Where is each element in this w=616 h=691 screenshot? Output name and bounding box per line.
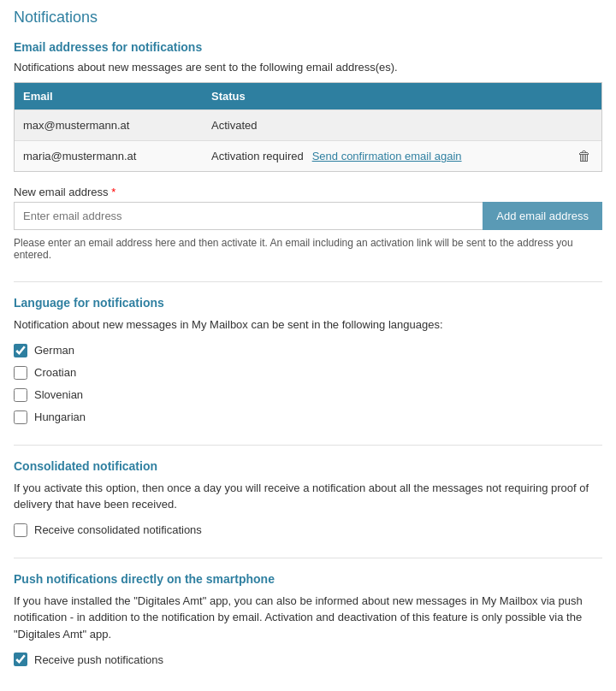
- table-row: maria@mustermann.at Activation required …: [15, 140, 601, 171]
- consolidated-checkbox-label[interactable]: Receive consolidated notifications: [34, 523, 202, 536]
- new-email-input-row: Add email address: [14, 202, 602, 230]
- language-croatian-row: Croatian: [14, 366, 602, 380]
- consolidated-section-description: If you activate this option, then once a…: [14, 480, 602, 513]
- required-indicator: *: [111, 186, 116, 198]
- push-section-title: Push notifications directly on the smart…: [14, 572, 602, 586]
- status-text: Activated: [211, 119, 257, 132]
- language-german-row: German: [14, 344, 602, 357]
- language-croatian-checkbox[interactable]: [14, 366, 27, 380]
- email-cell: max@mustermann.at: [15, 110, 203, 140]
- language-german-checkbox[interactable]: [14, 344, 27, 357]
- language-hungarian-checkbox[interactable]: [14, 410, 27, 424]
- push-checkbox[interactable]: [14, 653, 27, 666]
- language-croatian-label[interactable]: Croatian: [34, 366, 76, 379]
- header-status: Status: [203, 83, 601, 109]
- language-section: Language for notifications Notification …: [14, 296, 602, 424]
- status-text: Activation required: [211, 150, 304, 162]
- consolidated-checkbox[interactable]: [14, 523, 27, 537]
- push-checkbox-row: Receive push notifications: [14, 653, 602, 666]
- row-action: [567, 122, 601, 129]
- consolidated-section: Consolidated notification If you activat…: [14, 459, 602, 537]
- section-divider: [14, 281, 602, 282]
- new-email-label: New email address *: [14, 186, 602, 198]
- email-table: Email Status max@mustermann.at Activated…: [14, 82, 602, 172]
- send-confirmation-button[interactable]: Send confirmation email again: [312, 150, 462, 162]
- push-checkbox-label[interactable]: Receive push notifications: [34, 653, 163, 666]
- language-section-title: Language for notifications: [14, 296, 602, 310]
- status-cell: Activated: [203, 110, 567, 140]
- section-divider: [14, 558, 602, 558]
- language-hungarian-label[interactable]: Hungarian: [34, 410, 86, 423]
- new-email-form: New email address * Add email address Pl…: [14, 186, 602, 261]
- language-slovenian-label[interactable]: Slovenian: [34, 388, 83, 401]
- language-slovenian-row: Slovenian: [14, 388, 602, 402]
- row-action[interactable]: 🗑: [567, 145, 601, 168]
- new-email-input[interactable]: [14, 202, 483, 230]
- page-title: Notifications: [14, 9, 602, 27]
- email-cell: maria@mustermann.at: [15, 141, 203, 171]
- language-slovenian-checkbox[interactable]: [14, 388, 27, 402]
- consolidated-section-title: Consolidated notification: [14, 459, 602, 473]
- push-section: Push notifications directly on the smart…: [14, 572, 602, 667]
- delete-email-button[interactable]: 🗑: [578, 149, 591, 164]
- language-section-description: Notification about new messages in My Ma…: [14, 316, 602, 334]
- table-header-row: Email Status: [15, 83, 601, 109]
- add-email-button[interactable]: Add email address: [483, 202, 602, 230]
- language-hungarian-row: Hungarian: [14, 410, 602, 424]
- header-email: Email: [15, 83, 203, 109]
- language-german-label[interactable]: German: [34, 344, 74, 357]
- email-section-description: Notifications about new messages are sen…: [14, 61, 602, 74]
- status-cell: Activation required Send confirmation em…: [203, 141, 567, 171]
- consolidated-checkbox-row: Receive consolidated notifications: [14, 523, 602, 537]
- email-section-title: Email addresses for notifications: [14, 40, 602, 54]
- push-section-description: If you have installed the "Digitales Amt…: [14, 593, 602, 643]
- email-section: Email addresses for notifications Notifi…: [14, 40, 602, 261]
- table-row: max@mustermann.at Activated: [15, 109, 601, 140]
- section-divider: [14, 445, 602, 446]
- email-hint: Please enter an email address here and t…: [14, 237, 602, 261]
